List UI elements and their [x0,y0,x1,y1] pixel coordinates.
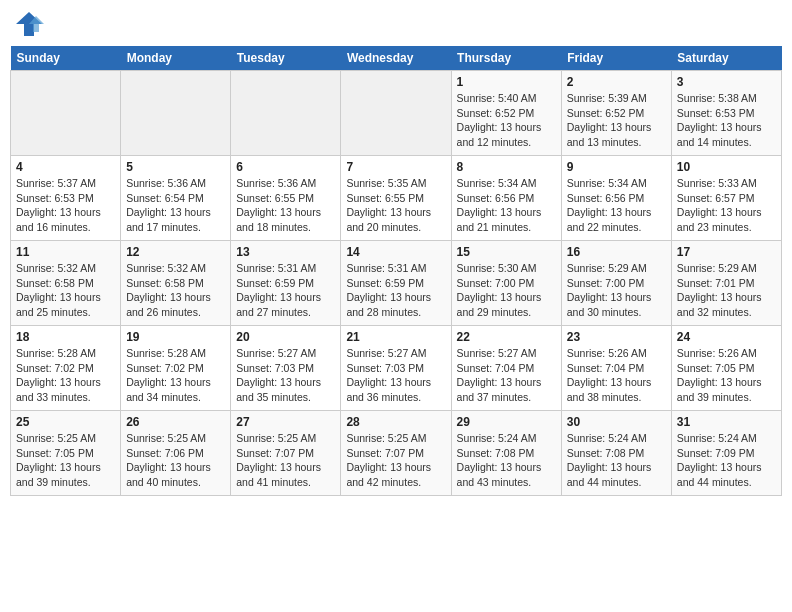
cell-date: 25 [16,415,115,429]
cell-info: Sunrise: 5:26 AMSunset: 7:05 PMDaylight:… [677,346,776,405]
cell-date: 18 [16,330,115,344]
cell-date: 22 [457,330,556,344]
cell-info: Sunrise: 5:32 AMSunset: 6:58 PMDaylight:… [16,261,115,320]
calendar-cell: 14Sunrise: 5:31 AMSunset: 6:59 PMDayligh… [341,241,451,326]
cell-info: Sunrise: 5:31 AMSunset: 6:59 PMDaylight:… [346,261,445,320]
day-header-tuesday: Tuesday [231,46,341,71]
cell-date: 30 [567,415,666,429]
cell-info: Sunrise: 5:31 AMSunset: 6:59 PMDaylight:… [236,261,335,320]
calendar-week-row: 18Sunrise: 5:28 AMSunset: 7:02 PMDayligh… [11,326,782,411]
calendar-week-row: 11Sunrise: 5:32 AMSunset: 6:58 PMDayligh… [11,241,782,326]
cell-info: Sunrise: 5:25 AMSunset: 7:07 PMDaylight:… [236,431,335,490]
calendar-cell: 3Sunrise: 5:38 AMSunset: 6:53 PMDaylight… [671,71,781,156]
cell-info: Sunrise: 5:28 AMSunset: 7:02 PMDaylight:… [16,346,115,405]
calendar-cell: 4Sunrise: 5:37 AMSunset: 6:53 PMDaylight… [11,156,121,241]
calendar-week-row: 25Sunrise: 5:25 AMSunset: 7:05 PMDayligh… [11,411,782,496]
day-header-saturday: Saturday [671,46,781,71]
cell-info: Sunrise: 5:33 AMSunset: 6:57 PMDaylight:… [677,176,776,235]
cell-date: 15 [457,245,556,259]
cell-date: 29 [457,415,556,429]
logo [14,10,48,38]
calendar-cell: 27Sunrise: 5:25 AMSunset: 7:07 PMDayligh… [231,411,341,496]
cell-date: 11 [16,245,115,259]
calendar-week-row: 4Sunrise: 5:37 AMSunset: 6:53 PMDaylight… [11,156,782,241]
cell-date: 31 [677,415,776,429]
cell-date: 21 [346,330,445,344]
calendar-cell: 10Sunrise: 5:33 AMSunset: 6:57 PMDayligh… [671,156,781,241]
cell-date: 14 [346,245,445,259]
calendar-cell: 29Sunrise: 5:24 AMSunset: 7:08 PMDayligh… [451,411,561,496]
day-header-monday: Monday [121,46,231,71]
calendar-cell: 18Sunrise: 5:28 AMSunset: 7:02 PMDayligh… [11,326,121,411]
cell-date: 17 [677,245,776,259]
cell-date: 4 [16,160,115,174]
calendar-cell: 16Sunrise: 5:29 AMSunset: 7:00 PMDayligh… [561,241,671,326]
calendar-cell: 11Sunrise: 5:32 AMSunset: 6:58 PMDayligh… [11,241,121,326]
cell-info: Sunrise: 5:29 AMSunset: 7:00 PMDaylight:… [567,261,666,320]
logo-icon [14,10,44,38]
cell-date: 9 [567,160,666,174]
calendar-cell: 9Sunrise: 5:34 AMSunset: 6:56 PMDaylight… [561,156,671,241]
cell-date: 19 [126,330,225,344]
cell-info: Sunrise: 5:34 AMSunset: 6:56 PMDaylight:… [567,176,666,235]
cell-info: Sunrise: 5:25 AMSunset: 7:07 PMDaylight:… [346,431,445,490]
calendar-cell: 5Sunrise: 5:36 AMSunset: 6:54 PMDaylight… [121,156,231,241]
calendar-cell: 8Sunrise: 5:34 AMSunset: 6:56 PMDaylight… [451,156,561,241]
cell-info: Sunrise: 5:36 AMSunset: 6:54 PMDaylight:… [126,176,225,235]
cell-info: Sunrise: 5:32 AMSunset: 6:58 PMDaylight:… [126,261,225,320]
cell-info: Sunrise: 5:25 AMSunset: 7:05 PMDaylight:… [16,431,115,490]
cell-date: 1 [457,75,556,89]
calendar-cell: 31Sunrise: 5:24 AMSunset: 7:09 PMDayligh… [671,411,781,496]
cell-info: Sunrise: 5:38 AMSunset: 6:53 PMDaylight:… [677,91,776,150]
calendar-cell: 24Sunrise: 5:26 AMSunset: 7:05 PMDayligh… [671,326,781,411]
day-header-thursday: Thursday [451,46,561,71]
cell-info: Sunrise: 5:26 AMSunset: 7:04 PMDaylight:… [567,346,666,405]
cell-date: 5 [126,160,225,174]
calendar-cell: 23Sunrise: 5:26 AMSunset: 7:04 PMDayligh… [561,326,671,411]
cell-info: Sunrise: 5:29 AMSunset: 7:01 PMDaylight:… [677,261,776,320]
calendar-cell: 28Sunrise: 5:25 AMSunset: 7:07 PMDayligh… [341,411,451,496]
calendar-cell: 6Sunrise: 5:36 AMSunset: 6:55 PMDaylight… [231,156,341,241]
cell-info: Sunrise: 5:28 AMSunset: 7:02 PMDaylight:… [126,346,225,405]
cell-date: 10 [677,160,776,174]
calendar-cell: 26Sunrise: 5:25 AMSunset: 7:06 PMDayligh… [121,411,231,496]
calendar-cell: 1Sunrise: 5:40 AMSunset: 6:52 PMDaylight… [451,71,561,156]
calendar-cell: 17Sunrise: 5:29 AMSunset: 7:01 PMDayligh… [671,241,781,326]
calendar-week-row: 1Sunrise: 5:40 AMSunset: 6:52 PMDaylight… [11,71,782,156]
calendar-cell: 2Sunrise: 5:39 AMSunset: 6:52 PMDaylight… [561,71,671,156]
cell-info: Sunrise: 5:24 AMSunset: 7:09 PMDaylight:… [677,431,776,490]
calendar-cell: 7Sunrise: 5:35 AMSunset: 6:55 PMDaylight… [341,156,451,241]
cell-date: 28 [346,415,445,429]
cell-info: Sunrise: 5:27 AMSunset: 7:03 PMDaylight:… [236,346,335,405]
cell-info: Sunrise: 5:37 AMSunset: 6:53 PMDaylight:… [16,176,115,235]
cell-date: 23 [567,330,666,344]
cell-info: Sunrise: 5:25 AMSunset: 7:06 PMDaylight:… [126,431,225,490]
cell-date: 12 [126,245,225,259]
cell-date: 24 [677,330,776,344]
cell-date: 3 [677,75,776,89]
cell-info: Sunrise: 5:35 AMSunset: 6:55 PMDaylight:… [346,176,445,235]
cell-info: Sunrise: 5:34 AMSunset: 6:56 PMDaylight:… [457,176,556,235]
cell-info: Sunrise: 5:36 AMSunset: 6:55 PMDaylight:… [236,176,335,235]
cell-info: Sunrise: 5:24 AMSunset: 7:08 PMDaylight:… [567,431,666,490]
calendar-cell: 15Sunrise: 5:30 AMSunset: 7:00 PMDayligh… [451,241,561,326]
calendar-cell [11,71,121,156]
calendar-cell: 12Sunrise: 5:32 AMSunset: 6:58 PMDayligh… [121,241,231,326]
day-header-wednesday: Wednesday [341,46,451,71]
cell-info: Sunrise: 5:40 AMSunset: 6:52 PMDaylight:… [457,91,556,150]
cell-info: Sunrise: 5:24 AMSunset: 7:08 PMDaylight:… [457,431,556,490]
calendar-cell: 21Sunrise: 5:27 AMSunset: 7:03 PMDayligh… [341,326,451,411]
cell-date: 7 [346,160,445,174]
cell-date: 2 [567,75,666,89]
calendar-cell: 25Sunrise: 5:25 AMSunset: 7:05 PMDayligh… [11,411,121,496]
calendar-cell [231,71,341,156]
calendar-cell: 20Sunrise: 5:27 AMSunset: 7:03 PMDayligh… [231,326,341,411]
cell-date: 8 [457,160,556,174]
calendar-cell: 30Sunrise: 5:24 AMSunset: 7:08 PMDayligh… [561,411,671,496]
calendar-cell [121,71,231,156]
cell-date: 16 [567,245,666,259]
calendar-header-row: SundayMondayTuesdayWednesdayThursdayFrid… [11,46,782,71]
calendar-cell: 13Sunrise: 5:31 AMSunset: 6:59 PMDayligh… [231,241,341,326]
calendar-cell: 22Sunrise: 5:27 AMSunset: 7:04 PMDayligh… [451,326,561,411]
cell-date: 26 [126,415,225,429]
